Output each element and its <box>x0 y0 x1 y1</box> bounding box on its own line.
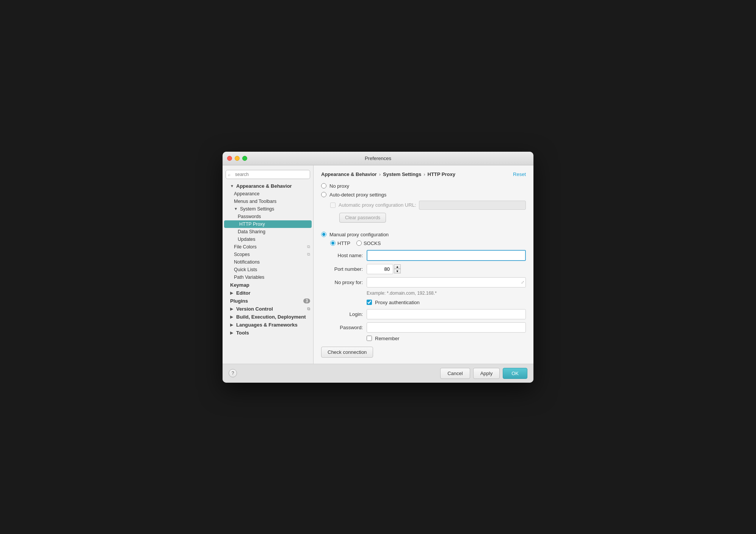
clear-passwords-button[interactable]: Clear passwords <box>339 213 386 223</box>
sidebar-item-menus-toolbars[interactable]: Menus and Toolbars <box>223 198 313 205</box>
password-input[interactable] <box>367 322 526 333</box>
search-input[interactable] <box>226 170 310 179</box>
sidebar-item-file-colors[interactable]: File Colors ⧉ <box>223 243 313 251</box>
copy-icon: ⧉ <box>307 252 310 257</box>
password-label: Password: <box>321 325 367 330</box>
arrow-icon: ▶ <box>230 331 235 335</box>
sidebar-item-data-sharing[interactable]: Data Sharing <box>223 228 313 236</box>
expand-icon: ⤢ <box>521 280 524 285</box>
auto-config-input[interactable] <box>419 201 526 210</box>
arrow-icon: ▶ <box>230 315 235 319</box>
search-box[interactable]: ⌕ <box>226 170 310 179</box>
traffic-lights <box>227 156 247 161</box>
copy-icon: ⧉ <box>307 306 310 311</box>
window-title: Preferences <box>365 155 391 161</box>
login-label: Login: <box>321 311 367 317</box>
auto-config-label: Automatic proxy configuration URL: <box>339 202 416 208</box>
socks-radio[interactable] <box>356 240 362 246</box>
http-sub-item: HTTP <box>330 240 350 246</box>
socks-label: SOCKS <box>364 240 381 246</box>
breadcrumb-part3: HTTP Proxy <box>428 171 455 177</box>
check-connection-button[interactable]: Check connection <box>321 347 373 358</box>
host-name-row: Host name: <box>321 250 526 261</box>
sidebar-item-notifications[interactable]: Notifications <box>223 258 313 266</box>
sidebar-item-languages-frameworks[interactable]: ▶ Languages & Frameworks <box>223 321 313 329</box>
close-button[interactable] <box>227 156 232 161</box>
bottom-bar: ? Cancel Apply OK <box>223 364 533 383</box>
manual-proxy-label: Manual proxy configuration <box>329 232 389 237</box>
no-proxy-for-input[interactable] <box>367 277 526 287</box>
copy-icon: ⧉ <box>307 244 310 249</box>
breadcrumb-part1: Appearance & Behavior <box>321 171 377 177</box>
no-proxy-radio[interactable] <box>321 183 326 188</box>
arrow-icon: ▶ <box>230 291 235 295</box>
sidebar-item-plugins[interactable]: Plugins 3 <box>223 297 313 305</box>
ok-button[interactable]: OK <box>503 368 527 379</box>
http-radio[interactable] <box>330 240 336 246</box>
sidebar-item-appearance[interactable]: Appearance <box>223 190 313 198</box>
auto-detect-label: Auto-detect proxy settings <box>329 192 386 198</box>
example-text: Example: *.domain.com, 192.168.* <box>321 291 526 296</box>
breadcrumb-sep2: › <box>423 171 425 177</box>
no-proxy-row: No proxy <box>321 183 526 189</box>
sidebar-item-build-execution[interactable]: ▶ Build, Execution, Deployment <box>223 313 313 321</box>
socks-sub-item: SOCKS <box>356 240 381 246</box>
cancel-button[interactable]: Cancel <box>440 368 470 379</box>
sidebar-item-system-settings[interactable]: ▼ System Settings <box>223 205 313 213</box>
sidebar-item-path-variables[interactable]: Path Variables <box>223 273 313 281</box>
arrow-icon: ▼ <box>230 184 235 188</box>
auto-detect-row: Auto-detect proxy settings <box>321 192 526 198</box>
host-name-label: Host name: <box>321 253 367 258</box>
no-proxy-for-wrapper: ⤢ <box>367 277 526 287</box>
auto-detect-radio[interactable] <box>321 192 326 197</box>
port-number-input[interactable] <box>367 264 393 274</box>
title-bar: Preferences <box>223 152 533 165</box>
port-decrement-button[interactable]: ▼ <box>394 269 401 273</box>
remember-label: Remember <box>375 336 399 341</box>
sidebar-item-appearance-behavior[interactable]: ▼ Appearance & Behavior <box>223 182 313 190</box>
host-name-input[interactable] <box>367 250 526 261</box>
sidebar-item-tools[interactable]: ▶ Tools <box>223 329 313 337</box>
sidebar-item-version-control[interactable]: ▶ Version Control ⧉ <box>223 305 313 313</box>
maximize-button[interactable] <box>242 156 247 161</box>
port-number-label: Port number: <box>321 266 367 272</box>
breadcrumb: Appearance & Behavior › System Settings … <box>321 171 526 177</box>
breadcrumb-part2: System Settings <box>383 171 421 177</box>
port-increment-button[interactable]: ▲ <box>394 264 401 269</box>
sidebar-item-quick-lists[interactable]: Quick Lists <box>223 266 313 273</box>
arrow-icon: ▶ <box>230 307 235 311</box>
login-row: Login: <box>321 309 526 319</box>
port-stepper[interactable]: ▲ ▼ <box>394 264 401 273</box>
proxy-auth-checkbox[interactable] <box>367 300 372 305</box>
minimize-button[interactable] <box>235 156 240 161</box>
sidebar-item-scopes[interactable]: Scopes ⧉ <box>223 251 313 258</box>
login-input[interactable] <box>367 309 526 319</box>
manual-proxy-radio[interactable] <box>321 232 326 237</box>
sidebar-item-passwords[interactable]: Passwords <box>223 213 313 220</box>
remember-row: Remember <box>321 336 526 341</box>
main-content: Appearance & Behavior › System Settings … <box>314 165 533 364</box>
breadcrumb-sep1: › <box>379 171 381 177</box>
proxy-auth-label: Proxy authentication <box>375 300 420 305</box>
sidebar-item-editor[interactable]: ▶ Editor <box>223 289 313 297</box>
sidebar: ⌕ ▼ Appearance & Behavior Appearance Men… <box>223 165 314 364</box>
sidebar-item-keymap[interactable]: Keymap <box>223 281 313 289</box>
auto-config-checkbox[interactable] <box>330 203 336 208</box>
port-number-row: Port number: ▲ ▼ <box>321 264 526 274</box>
reset-link[interactable]: Reset <box>513 171 526 177</box>
preferences-window: Preferences ⌕ ▼ Appearance & Behavior Ap… <box>223 152 533 383</box>
remember-checkbox[interactable] <box>367 336 372 341</box>
apply-button[interactable]: Apply <box>473 368 500 379</box>
auto-config-row: Automatic proxy configuration URL: <box>321 201 526 210</box>
sidebar-item-http-proxy[interactable]: HTTP Proxy <box>224 220 312 228</box>
help-button[interactable]: ? <box>229 369 237 377</box>
check-connection-wrapper: Check connection <box>321 347 526 358</box>
arrow-icon: ▼ <box>234 207 238 211</box>
no-proxy-for-row: No proxy for: ⤢ <box>321 277 526 287</box>
no-proxy-for-label: No proxy for: <box>321 280 367 285</box>
manual-proxy-row: Manual proxy configuration <box>321 232 526 237</box>
sidebar-item-updates[interactable]: Updates <box>223 236 313 243</box>
http-label: HTTP <box>337 240 350 246</box>
arrow-icon: ▶ <box>230 323 235 327</box>
password-row: Password: <box>321 322 526 333</box>
